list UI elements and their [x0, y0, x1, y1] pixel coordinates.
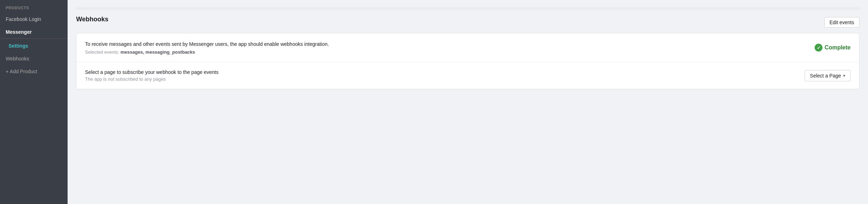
sidebar-item-label: Facebook Login [6, 16, 41, 22]
sidebar-section-label: PRODUCTS [0, 6, 68, 13]
select-page-button[interactable]: Select a Page ▾ [805, 70, 851, 81]
complete-icon: ✓ [815, 44, 822, 52]
sidebar-item-facebook-login[interactable]: Facebook Login [0, 13, 68, 26]
page-title: Webhooks [76, 16, 108, 23]
selected-events-prefix: Selected events: [85, 49, 119, 55]
chevron-down-icon: ▾ [843, 73, 845, 78]
sidebar-item-add-product[interactable]: + Add Product [0, 65, 68, 78]
complete-badge: ✓ Complete [815, 44, 851, 52]
subscribe-subtitle: The app is not subscribed to any pages [85, 76, 798, 82]
sidebar: PRODUCTS Facebook Login Messenger Settin… [0, 0, 68, 204]
selected-events-values: messages, messaging_postbacks [121, 49, 195, 55]
sidebar-item-label: + Add Product [6, 69, 37, 74]
top-bar [76, 7, 859, 10]
edit-events-button[interactable]: Edit events [824, 17, 859, 28]
subscribe-row: Select a page to subscribe your webhook … [76, 62, 859, 89]
complete-label: Complete [825, 44, 851, 51]
sidebar-item-messenger[interactable]: Messenger [0, 26, 68, 39]
webhook-integration-card: To receive messages and other events sen… [76, 33, 859, 89]
main-content: Webhooks Edit events To receive messages… [68, 0, 868, 204]
subscribe-text-block: Select a page to subscribe your webhook … [85, 69, 798, 82]
sidebar-item-label: Webhooks [6, 56, 29, 61]
webhook-description-block: To receive messages and other events sen… [85, 41, 815, 55]
sidebar-item-label: Messenger [6, 29, 32, 35]
sidebar-item-settings[interactable]: Settings [0, 39, 68, 52]
webhook-info-row: To receive messages and other events sen… [76, 33, 859, 62]
selected-events-row: Selected events: messages, messaging_pos… [85, 49, 815, 55]
webhook-description: To receive messages and other events sen… [85, 41, 334, 48]
subscribe-title: Select a page to subscribe your webhook … [85, 69, 798, 75]
sidebar-item-webhooks[interactable]: Webhooks [0, 52, 68, 65]
section-header: Webhooks Edit events [76, 16, 859, 29]
sidebar-item-label: Settings [9, 43, 28, 49]
select-page-label: Select a Page [810, 73, 841, 79]
